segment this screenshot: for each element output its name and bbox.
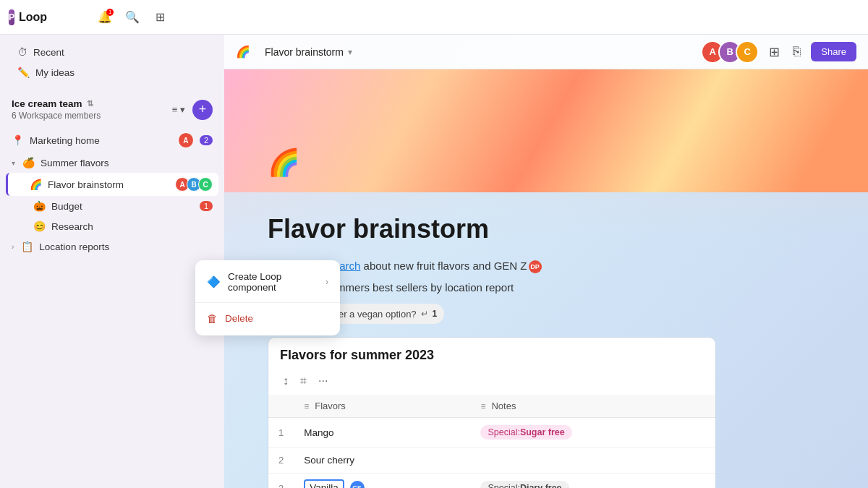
sidebar-items: 📍 Marketing home A 2 ▾ 🍊 Summer flavors … (0, 125, 224, 260)
workspace-title: Ice cream team ⇅ (12, 98, 101, 109)
row-3-tag-special: Special: (488, 483, 519, 488)
notification-icon[interactable]: 🔔 1 (95, 7, 115, 27)
doc-description-1: Marketing research about new fruit flavo… (268, 257, 825, 275)
row-3-tag-value: Diary free (520, 483, 562, 488)
flavors-table: ≡ Flavors ≡ Notes (268, 395, 715, 488)
sidebar-item-ideas-label: My ideas (35, 67, 75, 78)
row-1-note: Special: Sugar free (470, 418, 715, 448)
row-1-flavor[interactable]: Mango (294, 418, 470, 448)
row-3-num: 3 (268, 474, 294, 489)
ideas-icon: ✏️ (17, 67, 30, 78)
recent-icon: ⏱ (17, 46, 27, 58)
create-loop-icon: 🔷 (207, 275, 221, 288)
top-bar: P Loop 🔔 1 🔍 ⊞ (0, 0, 868, 35)
context-menu-divider (195, 302, 224, 303)
marketing-home-badge: 2 (200, 135, 213, 145)
workspace-actions: ≡ ▾ + (169, 100, 213, 120)
doc-title-text: Flavor brainstorm (265, 46, 344, 58)
copy-icon-btn[interactable]: ⎘ (790, 41, 804, 62)
reply-icon: ↵ (421, 309, 428, 319)
doc-title-button[interactable]: Flavor brainstorm ▾ (259, 43, 358, 61)
delete-icon: 🗑 (207, 312, 218, 325)
rainbow-favicon: 🌈 (236, 45, 250, 59)
main-layout: ⏱ Recent ✏️ My ideas Ice cream team ⇅ 6 … (0, 35, 868, 488)
summer-flavors-arrow: ▾ (12, 159, 15, 167)
sidebar-item-marketing-home[interactable]: 📍 Marketing home A 2 (6, 128, 218, 153)
doc-header-bar: 🌈 Flavor brainstorm ▾ A B C ⊞ ⎘ Share (224, 35, 868, 69)
sidebar-nav: ⏱ Recent ✏️ My ideas (0, 35, 224, 90)
vanilla-input[interactable]: Vanilla (304, 479, 344, 488)
location-reports-icon: 📋 (21, 241, 33, 252)
table-row: 2 Sour cherry (268, 448, 715, 474)
table-title: Flavors for summer 2023 (280, 348, 434, 363)
flavors-col-icon: ≡ (304, 401, 309, 411)
sidebar-item-location-reports[interactable]: › 📋 Location reports (6, 236, 218, 257)
apps-icon-btn[interactable]: ⊞ (766, 41, 783, 63)
sidebar-item-research[interactable]: 😊 Research (6, 216, 218, 236)
research-icon: 😊 (33, 221, 46, 232)
sidebar-item-flavor-brainstorm[interactable]: 🌈 Flavor brainstorm A B C (6, 173, 218, 196)
sidebar-item-recent[interactable]: ⏱ Recent (12, 42, 213, 62)
search-icon[interactable]: 🔍 (122, 7, 142, 27)
table-row: 3 Vanilla CS Special: Diary free (268, 474, 715, 489)
context-menu-create-loop[interactable]: 🔷 Create Loop component › (195, 265, 224, 299)
context-menu: 🔷 Create Loop component › 🗑 Delete (195, 260, 224, 335)
workspace-header: Ice cream team ⇅ 6 Workspace members ≡ ▾… (12, 98, 213, 121)
sidebar-item-my-ideas[interactable]: ✏️ My ideas (12, 62, 213, 82)
sort-btn[interactable]: ↕ (280, 373, 292, 389)
app-name: Loop (19, 11, 47, 24)
flavor-brainstorm-label: Flavor brainstorm (48, 179, 172, 190)
table-component: Flavors for summer 2023 ↕ ⌗ ··· (268, 337, 716, 488)
table-controls: ↕ ⌗ ··· (268, 373, 715, 395)
share-button[interactable]: Share (811, 42, 856, 61)
context-menu-delete[interactable]: 🗑 Delete (195, 306, 224, 331)
row-2-num: 2 (268, 448, 294, 474)
description1-text: about new fruit flavors and GEN Z (360, 260, 527, 272)
col-notes-label: Notes (491, 401, 516, 411)
table-header: Flavors for summer 2023 (268, 338, 715, 369)
research-label: Research (51, 221, 213, 232)
marketing-home-label: Marketing home (30, 135, 175, 146)
sidebar-item-summer-flavors[interactable]: ▾ 🍊 Summer flavors (6, 153, 218, 173)
table-header-row: ≡ Flavors ≡ Notes (268, 395, 715, 418)
header-avatar-3: C (736, 40, 759, 64)
doc-main-title: Flavor brainstorm (268, 214, 825, 244)
location-reports-label: Location reports (39, 241, 213, 252)
doc-banner: 🌈 (224, 69, 868, 192)
col-notes: ≡ Notes (470, 395, 715, 418)
sidebar-item-recent-label: Recent (33, 47, 64, 58)
row-1-tag-special: Special: (488, 427, 519, 437)
doc-header-right: A B C ⊞ ⎘ Share (701, 40, 856, 64)
workspace-menu-btn[interactable]: ≡ ▾ (169, 101, 188, 118)
row-1-num: 1 (268, 418, 294, 448)
row-2-note (470, 448, 715, 474)
description2-text: summers best sellers by location report (322, 281, 514, 294)
workspace-sort-icon: ⇅ (87, 99, 93, 108)
sidebar: ⏱ Recent ✏️ My ideas Ice cream team ⇅ 6 … (0, 35, 224, 488)
grid-icon[interactable]: ⊞ (150, 7, 170, 27)
col-flavors: ≡ Flavors (294, 395, 470, 418)
row-2-flavor[interactable]: Sour cherry (294, 448, 470, 474)
row-3-note: Special: Diary free (470, 474, 715, 489)
dp-badge: DP (529, 260, 542, 273)
workspace-section: Ice cream team ⇅ 6 Workspace members ≡ ▾… (0, 90, 224, 125)
sidebar-item-budget[interactable]: 🎃 Budget 1 (6, 196, 218, 216)
row-3-flavor[interactable]: Vanilla CS (294, 474, 470, 489)
workspace-add-btn[interactable]: + (192, 100, 213, 120)
doc-title-chevron: ▾ (348, 47, 352, 57)
flavor-brainstorm-avatars: A B C (178, 177, 213, 192)
location-reports-arrow: › (12, 243, 14, 251)
row-1-tag: Special: Sugar free (480, 425, 571, 440)
col-num (268, 395, 294, 418)
budget-badge: 1 (200, 201, 213, 211)
filter-icon: ⌗ (300, 374, 307, 387)
filter-btn[interactable]: ⌗ (297, 373, 310, 389)
avatar-3: C (198, 177, 213, 192)
summer-flavors-label: Summer flavors (41, 158, 213, 168)
notification-badge: 1 (106, 9, 114, 16)
banner-rainbow-emoji: 🌈 (268, 147, 300, 178)
reply-count: 1 (433, 309, 438, 319)
flavor-brainstorm-icon: 🌈 (30, 179, 42, 190)
more-btn[interactable]: ··· (315, 373, 331, 389)
logo-area: P Loop 🔔 1 🔍 ⊞ (9, 7, 168, 27)
